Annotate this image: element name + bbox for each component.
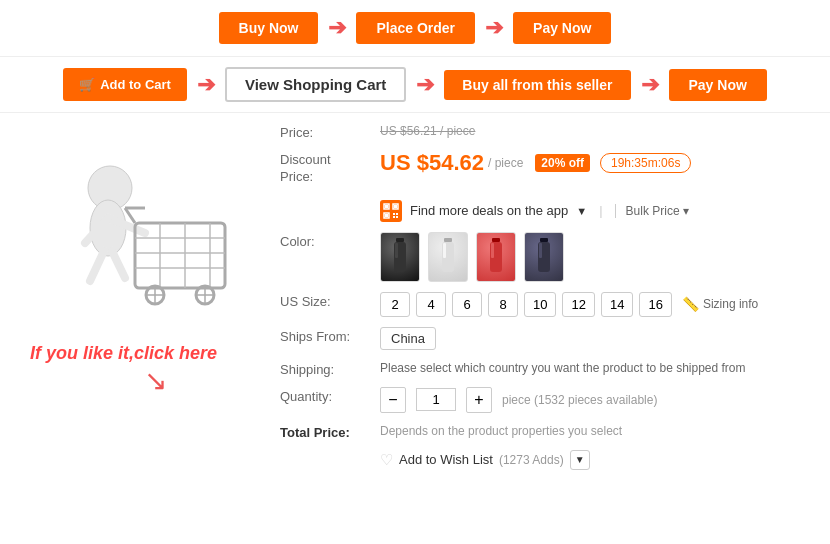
place-order-button[interactable]: Place Order — [356, 12, 475, 44]
size-btn-8[interactable]: 8 — [488, 292, 518, 317]
buy-all-seller-button[interactable]: Buy all from this seller — [444, 70, 630, 100]
size-btn-4[interactable]: 4 — [416, 292, 446, 317]
pay-now-button-cart[interactable]: Pay Now — [669, 69, 767, 101]
color-swatches — [380, 232, 810, 282]
arrow-icon-4: ➔ — [416, 72, 434, 98]
quantity-info: piece (1532 pieces available) — [502, 393, 657, 407]
deals-spacer — [280, 196, 370, 198]
bulk-price-text[interactable]: Bulk Price ▾ — [615, 204, 689, 218]
arrow-icon-3: ➔ — [197, 72, 215, 98]
discount-unit: / piece — [488, 156, 523, 170]
size-btn-12[interactable]: 12 — [562, 292, 594, 317]
cart-banner: 🛒 Add to Cart ➔ View Shopping Cart ➔ Buy… — [0, 57, 830, 113]
svg-rect-34 — [444, 238, 452, 242]
quantity-label: Quantity: — [280, 387, 370, 404]
svg-rect-22 — [385, 205, 388, 208]
click-hint-arrow: ↘ — [144, 364, 167, 397]
discount-price: US $54.62 — [380, 150, 484, 176]
discount-label: Discount Price: — [280, 150, 370, 186]
discount-value: US $54.62 / piece 20% off 19h:35m:06s — [380, 150, 810, 176]
bottle-white-svg — [439, 238, 457, 276]
wishlist-spacer — [280, 450, 370, 452]
swatch-navy[interactable] — [524, 232, 564, 282]
svg-rect-28 — [396, 213, 398, 215]
timer-badge: 19h:35m:06s — [600, 153, 691, 173]
deals-value: Find more deals on the app ▼ | Bulk Pric… — [380, 200, 810, 222]
swatch-white[interactable] — [428, 232, 468, 282]
bottle-red-svg — [487, 238, 505, 276]
svg-line-4 — [90, 251, 104, 281]
bottle-navy-svg — [535, 238, 553, 276]
swatch-group — [380, 232, 810, 282]
size-btn-14[interactable]: 14 — [601, 292, 633, 317]
cart-illustration — [30, 133, 250, 333]
original-price: US $56.21 / piece — [380, 124, 475, 138]
ships-from-label: Ships From: — [280, 327, 370, 344]
add-to-cart-button[interactable]: 🛒 Add to Cart — [63, 68, 187, 101]
price-value: US $56.21 / piece — [380, 123, 810, 138]
svg-rect-42 — [539, 243, 542, 258]
shipping-label: Shipping: — [280, 360, 370, 377]
size-btn-6[interactable]: 6 — [452, 292, 482, 317]
total-price-label: Total Price: — [280, 423, 370, 440]
discount-price-row: Discount Price: US $54.62 / piece 20% of… — [280, 150, 810, 186]
size-button-group: 2 4 6 8 10 12 14 16 📏 Sizing info — [380, 292, 810, 317]
svg-rect-26 — [385, 214, 388, 217]
shipping-row: Shipping: Please select which country yo… — [280, 360, 810, 377]
quantity-decrease-button[interactable]: − — [380, 387, 406, 413]
deals-row: Find more deals on the app ▼ | Bulk Pric… — [280, 196, 810, 222]
total-price-row: Total Price: Depends on the product prop… — [280, 423, 810, 440]
color-label: Color: — [280, 232, 370, 249]
shipping-value: Please select which country you want the… — [380, 360, 810, 375]
wishlist-row: ♡ Add to Wish List (1273 Adds) ▼ — [280, 450, 810, 470]
ruler-icon: 📏 — [682, 296, 699, 312]
svg-rect-24 — [394, 205, 397, 208]
size-btn-2[interactable]: 2 — [380, 292, 410, 317]
pay-now-button-top[interactable]: Pay Now — [513, 12, 611, 44]
product-area: If you like it,click here ↘ Price: US $5… — [0, 113, 830, 490]
shipping-text: Please select which country you want the… — [380, 361, 746, 375]
wishlist-count: (1273 Adds) — [499, 453, 564, 467]
svg-line-13 — [125, 208, 135, 223]
svg-rect-33 — [395, 243, 398, 258]
wishlist-value: ♡ Add to Wish List (1273 Adds) ▼ — [380, 450, 810, 470]
qr-svg — [383, 203, 399, 219]
size-label: US Size: — [280, 292, 370, 309]
ships-from-value: China — [380, 327, 810, 350]
sizing-info[interactable]: 📏 Sizing info — [682, 296, 758, 312]
size-btn-16[interactable]: 16 — [639, 292, 671, 317]
svg-rect-30 — [396, 216, 398, 218]
price-label: Price: — [280, 123, 370, 140]
arrow-icon-1: ➔ — [328, 15, 346, 41]
quantity-increase-button[interactable]: + — [466, 387, 492, 413]
size-buttons-container: 2 4 6 8 10 12 14 16 📏 Sizing info — [380, 292, 810, 317]
buy-now-button[interactable]: Buy Now — [219, 12, 319, 44]
svg-rect-37 — [492, 238, 500, 242]
sizing-info-label: Sizing info — [703, 297, 758, 311]
ships-from-row: Ships From: China — [280, 327, 810, 350]
click-hint-text: If you like it,click here — [20, 343, 260, 364]
qr-icon — [380, 200, 402, 222]
heart-icon: ♡ — [380, 451, 393, 469]
swatch-black[interactable] — [380, 232, 420, 282]
top-banner: Buy Now ➔ Place Order ➔ Pay Now — [0, 0, 830, 57]
deals-dropdown-icon[interactable]: ▼ — [576, 205, 587, 217]
quantity-control: − 1 + piece (1532 pieces available) — [380, 387, 810, 413]
product-details: Price: US $56.21 / piece Discount Price:… — [280, 123, 810, 480]
size-btn-10[interactable]: 10 — [524, 292, 556, 317]
svg-rect-27 — [393, 213, 395, 215]
quantity-input[interactable]: 1 — [416, 388, 456, 411]
swatch-red[interactable] — [476, 232, 516, 282]
ships-from-tag[interactable]: China — [380, 327, 436, 350]
wishlist-dropdown-button[interactable]: ▼ — [570, 450, 590, 470]
color-row: Color: — [280, 232, 810, 282]
view-shopping-cart-button[interactable]: View Shopping Cart — [225, 67, 406, 102]
product-image-area: If you like it,click here ↘ — [20, 123, 260, 480]
shopping-cart-svg — [30, 133, 250, 333]
cart-icon: 🛒 — [79, 77, 95, 92]
svg-line-5 — [112, 251, 125, 278]
wishlist-text[interactable]: Add to Wish List — [399, 452, 493, 467]
size-row: US Size: 2 4 6 8 10 12 14 16 📏 Sizing in… — [280, 292, 810, 317]
add-to-cart-label: Add to Cart — [100, 77, 171, 92]
svg-rect-29 — [393, 216, 395, 218]
